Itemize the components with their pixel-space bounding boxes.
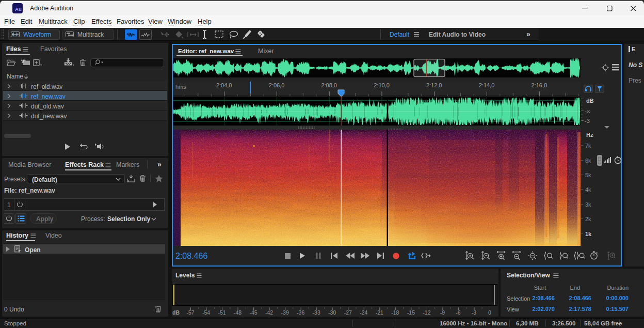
svg-text:-9: -9	[440, 309, 445, 316]
svg-text:-51: -51	[218, 309, 226, 316]
svg-text:-15: -15	[407, 309, 415, 316]
svg-text:-33: -33	[313, 309, 320, 316]
svg-text:-36: -36	[297, 309, 304, 316]
svg-text:2:08,0: 2:08,0	[321, 82, 337, 88]
svg-text:-39: -39	[281, 309, 289, 316]
svg-text:-6: -6	[456, 309, 460, 316]
svg-text:-21: -21	[376, 309, 383, 316]
svg-text:-12: -12	[423, 309, 430, 316]
svg-text:0: 0	[488, 309, 491, 316]
svg-text:2:12,0: 2:12,0	[426, 82, 442, 88]
svg-text:dB: dB	[172, 309, 180, 316]
svg-text:2:10,0: 2:10,0	[374, 82, 390, 88]
svg-text:-42: -42	[265, 309, 273, 316]
svg-text:-18: -18	[391, 309, 399, 316]
svg-text:2:04,0: 2:04,0	[216, 82, 232, 88]
svg-text:-48: -48	[234, 309, 242, 316]
svg-text:-27: -27	[344, 309, 352, 316]
svg-text:2:06,0: 2:06,0	[269, 82, 285, 88]
svg-text:-3: -3	[472, 309, 476, 316]
svg-text:2:16,0: 2:16,0	[532, 82, 548, 88]
svg-text:-57: -57	[186, 309, 194, 316]
svg-text:2:14,0: 2:14,0	[479, 82, 495, 88]
svg-text:-30: -30	[328, 309, 336, 316]
svg-text:-54: -54	[202, 309, 210, 316]
svg-text:-45: -45	[250, 309, 257, 316]
svg-text:-24: -24	[360, 309, 367, 316]
